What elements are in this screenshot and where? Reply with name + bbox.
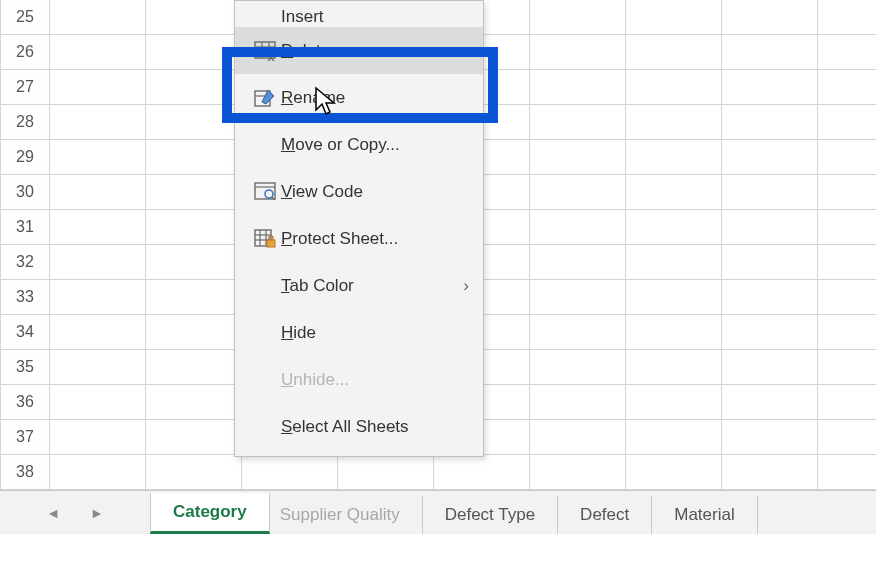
cell[interactable]	[626, 350, 722, 385]
cell[interactable]	[146, 70, 242, 105]
row-header[interactable]: 25	[0, 0, 50, 35]
cell[interactable]	[146, 175, 242, 210]
cell[interactable]	[50, 0, 146, 35]
cell[interactable]	[722, 315, 818, 350]
row-header[interactable]: 34	[0, 315, 50, 350]
cell[interactable]	[818, 0, 876, 35]
cell[interactable]	[530, 315, 626, 350]
cell[interactable]	[146, 245, 242, 280]
cell[interactable]	[530, 455, 626, 490]
cell[interactable]	[626, 455, 722, 490]
cell[interactable]	[818, 175, 876, 210]
cell[interactable]	[242, 455, 338, 490]
sheet-nav-next[interactable]: ►	[90, 505, 104, 521]
cell[interactable]	[626, 105, 722, 140]
cell[interactable]	[818, 280, 876, 315]
cell[interactable]	[818, 105, 876, 140]
cell[interactable]	[530, 70, 626, 105]
cell[interactable]	[722, 280, 818, 315]
cell[interactable]	[626, 70, 722, 105]
cell[interactable]	[146, 420, 242, 455]
row-header[interactable]: 27	[0, 70, 50, 105]
cell[interactable]	[722, 455, 818, 490]
cell[interactable]	[722, 210, 818, 245]
row-header[interactable]: 35	[0, 350, 50, 385]
cell[interactable]	[50, 35, 146, 70]
sheet-tab-material[interactable]: Material	[652, 496, 757, 534]
cell[interactable]	[626, 385, 722, 420]
cell[interactable]	[818, 140, 876, 175]
cell[interactable]	[818, 70, 876, 105]
cell[interactable]	[146, 350, 242, 385]
cell[interactable]	[722, 420, 818, 455]
cell[interactable]	[146, 140, 242, 175]
sheet-tab-defect[interactable]: Defect	[558, 496, 652, 534]
menu-item-rename[interactable]: Rename	[235, 74, 483, 121]
cell[interactable]	[626, 280, 722, 315]
cell[interactable]	[722, 35, 818, 70]
row-header[interactable]: 30	[0, 175, 50, 210]
row-header[interactable]: 28	[0, 105, 50, 140]
row-header[interactable]: 36	[0, 385, 50, 420]
cell[interactable]	[818, 350, 876, 385]
menu-item-delete[interactable]: Delete	[235, 27, 483, 74]
cell[interactable]	[530, 105, 626, 140]
cell[interactable]	[50, 140, 146, 175]
row-header[interactable]: 31	[0, 210, 50, 245]
cell[interactable]	[722, 385, 818, 420]
cell[interactable]	[818, 35, 876, 70]
row-header[interactable]: 32	[0, 245, 50, 280]
menu-item-select-all-sheets[interactable]: Select All Sheets	[235, 403, 483, 450]
cell[interactable]	[146, 105, 242, 140]
row-header[interactable]: 29	[0, 140, 50, 175]
cell[interactable]	[50, 350, 146, 385]
cell[interactable]	[722, 70, 818, 105]
cell[interactable]	[434, 455, 530, 490]
row-header[interactable]: 38	[0, 455, 50, 490]
cell[interactable]	[530, 420, 626, 455]
menu-item-move-or-copy[interactable]: Move or Copy...	[235, 121, 483, 168]
menu-item-tab-color[interactable]: Tab Color ›	[235, 262, 483, 309]
cell[interactable]	[146, 455, 242, 490]
cell[interactable]	[530, 280, 626, 315]
cell[interactable]	[50, 175, 146, 210]
row-header[interactable]: 26	[0, 35, 50, 70]
cell[interactable]	[530, 140, 626, 175]
sheet-tab-supplier-quality[interactable]: Supplier Quality	[270, 496, 423, 534]
sheet-tab-category[interactable]: Category	[150, 493, 270, 534]
cell[interactable]	[818, 315, 876, 350]
cell[interactable]	[146, 280, 242, 315]
cell[interactable]	[530, 210, 626, 245]
cell[interactable]	[722, 0, 818, 35]
cell[interactable]	[50, 105, 146, 140]
cell[interactable]	[818, 455, 876, 490]
cell[interactable]	[338, 455, 434, 490]
cell[interactable]	[722, 175, 818, 210]
cell[interactable]	[722, 140, 818, 175]
cell[interactable]	[530, 350, 626, 385]
row-header[interactable]: 33	[0, 280, 50, 315]
cell[interactable]	[722, 245, 818, 280]
cell[interactable]	[626, 140, 722, 175]
cell[interactable]	[50, 280, 146, 315]
cell[interactable]	[626, 420, 722, 455]
cell[interactable]	[626, 210, 722, 245]
cell[interactable]	[818, 420, 876, 455]
cell[interactable]	[530, 245, 626, 280]
cell[interactable]	[722, 350, 818, 385]
cell[interactable]	[146, 35, 242, 70]
cell[interactable]	[146, 210, 242, 245]
cell[interactable]	[530, 385, 626, 420]
cell[interactable]	[818, 245, 876, 280]
cell[interactable]	[626, 315, 722, 350]
sheet-tab-defect-type[interactable]: Defect Type	[423, 496, 558, 534]
menu-item-view-code[interactable]: View Code	[235, 168, 483, 215]
cell[interactable]	[818, 210, 876, 245]
cell[interactable]	[50, 455, 146, 490]
cell[interactable]	[146, 315, 242, 350]
cell[interactable]	[50, 315, 146, 350]
cell[interactable]	[530, 35, 626, 70]
sheet-nav-prev[interactable]: ◄	[46, 505, 60, 521]
menu-item-protect-sheet[interactable]: Protect Sheet...	[235, 215, 483, 262]
cell[interactable]	[146, 385, 242, 420]
